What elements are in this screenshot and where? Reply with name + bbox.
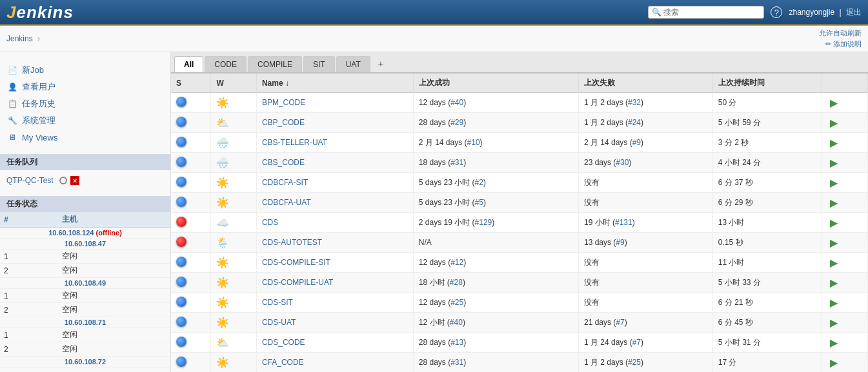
run-button[interactable]: ▶ — [827, 336, 840, 349]
status-cell — [171, 333, 211, 353]
logout-link[interactable]: 退出 — [846, 8, 862, 17]
run-button[interactable]: ▶ — [827, 256, 840, 269]
tab-sit[interactable]: SIT — [303, 56, 335, 72]
job-name-link[interactable]: CDS-COMPILE-UAT — [262, 278, 333, 287]
sidebar-item-history[interactable]: 📋 任务历史 — [0, 95, 170, 112]
weather-cell: ☀️ — [211, 253, 257, 273]
col-num: # — [0, 212, 58, 228]
table-row: ☀️ CDBCFA-SIT 5 days 23 小时 (#2) 没有 6 分 3… — [171, 173, 868, 193]
name-cell: CBS-TELLER-UAT — [256, 133, 413, 153]
failure-link[interactable]: #9 — [632, 138, 641, 147]
host-link[interactable]: 10.60.108.72 — [65, 358, 106, 366]
success-link[interactable]: #31 — [450, 358, 463, 367]
table-row: 🌧️ CBS_CODE 18 days (#31) 23 days (#30) … — [171, 153, 868, 173]
run-button[interactable]: ▶ — [827, 156, 840, 169]
job-name-link[interactable]: CDS-COMPILE-SIT — [262, 258, 330, 267]
sidebar-item-new-job[interactable]: 📄 新Job — [0, 62, 170, 79]
weather-icon: ☀️ — [216, 197, 229, 209]
success-link[interactable]: #28 — [450, 278, 463, 287]
failure-link[interactable]: #24 — [628, 118, 641, 127]
breadcrumb-home[interactable]: Jenkins — [6, 34, 33, 43]
status-ball — [176, 277, 187, 287]
new-job-icon: 📄 — [6, 64, 18, 76]
failure-link[interactable]: #32 — [628, 98, 641, 107]
action-cell: ▶ — [822, 313, 868, 333]
job-name-link[interactable]: CDBCFA-SIT — [262, 178, 308, 187]
run-button[interactable]: ▶ — [827, 116, 840, 129]
host-link[interactable]: 10.60.108.71 — [65, 318, 106, 326]
run-button[interactable]: ▶ — [827, 176, 840, 189]
status-row: 2空闲 — [0, 264, 170, 278]
run-button[interactable]: ▶ — [827, 136, 840, 149]
success-link[interactable]: #10 — [467, 138, 480, 147]
auto-refresh-link[interactable]: 允许自动刷新 — [819, 28, 862, 38]
my-views-icon: 🖥 — [6, 132, 18, 143]
tab-compile[interactable]: COMPILE — [248, 56, 302, 72]
search-input[interactable] — [663, 8, 760, 17]
run-button[interactable]: ▶ — [827, 316, 840, 329]
run-button[interactable]: ▶ — [827, 96, 840, 109]
job-name-link[interactable]: CDS_CODE — [262, 338, 305, 347]
job-name-link[interactable]: CBS_CODE — [262, 158, 305, 167]
sidebar-item-admin[interactable]: 🔧 系统管理 — [0, 112, 170, 129]
job-name-link[interactable]: CBS-TELLER-UAT — [262, 138, 327, 147]
host-link[interactable]: 10.60.108.124 — [48, 229, 94, 237]
tab-add[interactable]: + — [372, 55, 390, 72]
success-link[interactable]: #40 — [450, 98, 463, 107]
run-button[interactable]: ▶ — [827, 196, 840, 209]
success-link[interactable]: #29 — [450, 118, 463, 127]
job-name-link[interactable]: CDS-AUTOTEST — [262, 238, 322, 247]
success-link[interactable]: #129 — [475, 218, 492, 227]
tab-code[interactable]: CODE — [205, 56, 247, 72]
col-w: W — [211, 73, 257, 93]
job-name-link[interactable]: BPM_CODE — [262, 98, 305, 107]
run-button[interactable]: ▶ — [827, 276, 840, 289]
run-button[interactable]: ▶ — [827, 356, 840, 369]
job-name-link[interactable]: CDS-SIT — [262, 298, 293, 307]
success-link[interactable]: #25 — [450, 298, 463, 307]
success-link[interactable]: #40 — [450, 318, 463, 327]
success-link[interactable]: #2 — [475, 178, 483, 187]
failure-link[interactable]: #131 — [615, 218, 632, 227]
last-success-cell: 12 小时 (#40) — [413, 313, 578, 333]
last-success-cell: 5 days 23 小时 (#5) — [413, 193, 578, 213]
sidebar-item-my-views[interactable]: 🖥 My Views — [0, 129, 170, 146]
success-link[interactable]: #31 — [450, 158, 463, 167]
job-name-link[interactable]: CDBCFA-UAT — [262, 198, 311, 207]
success-link[interactable]: #13 — [450, 338, 463, 347]
job-name-link[interactable]: CBP_CODE — [262, 118, 305, 127]
delete-btn[interactable]: ✕ — [70, 176, 79, 185]
tab-uat[interactable]: UAT — [336, 56, 370, 72]
duration-cell: 5 小时 59 分 — [712, 113, 822, 133]
failure-link[interactable]: #7 — [616, 318, 624, 327]
name-cell: CBP_CODE — [256, 113, 413, 133]
failure-link[interactable]: #7 — [632, 338, 641, 347]
job-name-link[interactable]: CFA_CODE — [262, 358, 304, 367]
queue-job-link[interactable]: QTP-QC-Test — [6, 176, 54, 185]
name-cell: CDS-COMPILE-SIT — [256, 253, 413, 273]
status-ball — [176, 237, 187, 247]
failure-link[interactable]: #25 — [628, 358, 641, 367]
run-button[interactable]: ▶ — [827, 236, 840, 249]
name-cell: BPM_CODE — [256, 93, 413, 113]
help-icon[interactable]: ? — [771, 6, 782, 18]
host-link[interactable]: 10.60.108.47 — [65, 240, 106, 248]
job-name-link[interactable]: CDS-UAT — [262, 318, 296, 327]
success-link[interactable]: #5 — [475, 198, 483, 207]
host-link[interactable]: 10.60.108.49 — [65, 279, 106, 287]
run-button[interactable]: ▶ — [827, 296, 840, 309]
failure-link[interactable]: #9 — [616, 238, 624, 247]
executor-status: 空闲 — [58, 289, 170, 303]
add-description-link[interactable]: ✏ 添加说明 — [825, 39, 862, 49]
status-cell — [171, 353, 211, 373]
action-cell: ▶ — [822, 353, 868, 373]
sidebar-item-users[interactable]: 👤 查看用户 — [0, 79, 170, 95]
last-failure-cell: 没有 — [578, 253, 712, 273]
run-button[interactable]: ▶ — [827, 216, 840, 229]
search-box[interactable]: 🔍 — [648, 6, 764, 19]
name-cell: CDBCFA-UAT — [256, 193, 413, 213]
failure-link[interactable]: #30 — [616, 158, 629, 167]
tab-all[interactable]: All — [174, 56, 203, 72]
job-name-link[interactable]: CDS — [262, 218, 278, 227]
success-link[interactable]: #12 — [450, 258, 463, 267]
